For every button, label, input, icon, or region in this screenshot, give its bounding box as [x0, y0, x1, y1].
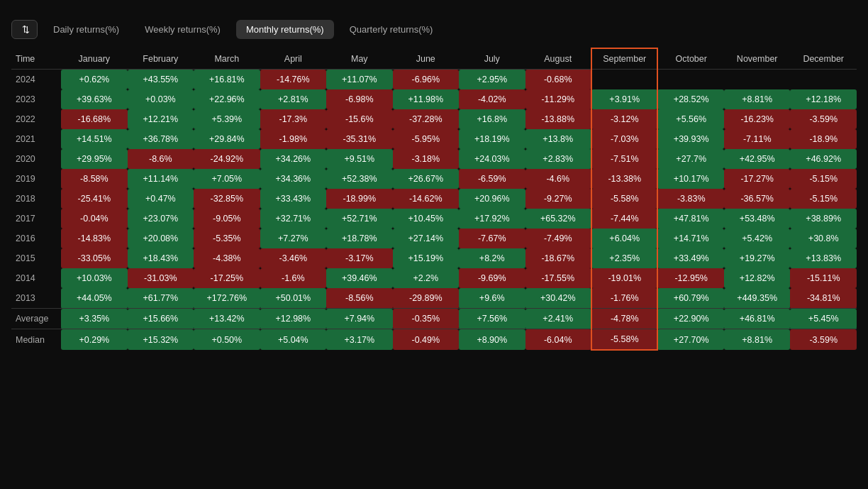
data-cell: +34.26% — [260, 149, 326, 169]
average-cell: +13.42% — [194, 309, 260, 329]
average-cell: +15.66% — [128, 309, 194, 329]
data-cell: -14.62% — [393, 189, 459, 209]
data-cell: +53.48% — [724, 209, 790, 229]
col-header-november: November — [724, 48, 790, 70]
data-cell: +6.04% — [591, 229, 657, 248]
median-cell: +8.81% — [724, 329, 790, 351]
data-cell: -3.46% — [260, 248, 326, 268]
data-cell: -1.98% — [260, 129, 326, 149]
data-cell: +16.8% — [459, 109, 525, 129]
average-cell: -0.35% — [393, 309, 459, 329]
data-cell: +43.55% — [128, 70, 194, 90]
table-container: TimeJanuaryFebruaryMarchAprilMayJuneJuly… — [11, 48, 857, 351]
data-cell: -14.83% — [61, 229, 127, 248]
col-header-june: June — [393, 48, 459, 70]
tab-quarterly[interactable]: Quarterly returns(%) — [340, 20, 443, 39]
data-cell: +39.46% — [326, 268, 392, 288]
data-cell: +14.71% — [657, 229, 723, 248]
median-cell: +27.70% — [657, 329, 723, 351]
data-cell: +18.78% — [326, 229, 392, 248]
data-cell: -31.03% — [128, 268, 194, 288]
data-cell: +2.2% — [393, 268, 459, 288]
median-cell: -3.59% — [790, 329, 857, 351]
data-cell: +52.71% — [326, 209, 392, 229]
data-cell: +8.2% — [459, 248, 525, 268]
data-cell: +2.35% — [591, 248, 657, 268]
data-cell: -11.29% — [525, 89, 591, 109]
data-cell: +39.93% — [657, 129, 723, 149]
data-cell: -7.51% — [591, 149, 657, 169]
data-cell: -8.6% — [128, 149, 194, 169]
data-cell: -5.15% — [790, 189, 857, 209]
data-cell: +38.89% — [790, 209, 857, 229]
data-cell: +11.07% — [326, 70, 392, 90]
data-cell: -24.92% — [194, 149, 260, 169]
tab-weekly[interactable]: Weekly returns(%) — [135, 20, 230, 39]
data-cell: +7.27% — [260, 229, 326, 248]
data-cell: +27.14% — [393, 229, 459, 248]
average-cell: +12.98% — [260, 309, 326, 329]
data-cell: -7.49% — [525, 229, 591, 248]
year-cell: 2019 — [11, 169, 61, 189]
data-cell: +27.7% — [657, 149, 723, 169]
col-header-april: April — [260, 48, 326, 70]
average-cell: -4.78% — [591, 309, 657, 329]
data-cell: +29.84% — [194, 129, 260, 149]
data-cell: -4.6% — [525, 169, 591, 189]
average-cell: +3.35% — [61, 309, 127, 329]
data-cell: -9.27% — [525, 189, 591, 209]
data-cell: -35.31% — [326, 129, 392, 149]
data-cell: -18.67% — [525, 248, 591, 268]
average-cell: +7.94% — [326, 309, 392, 329]
data-cell: -17.27% — [724, 169, 790, 189]
data-cell: -5.35% — [194, 229, 260, 248]
data-cell: +30.8% — [790, 229, 857, 248]
data-cell: +12.18% — [790, 89, 857, 109]
chevron-icon: ⇅ — [22, 24, 30, 35]
year-cell: 2015 — [11, 248, 61, 268]
data-cell: -6.59% — [459, 169, 525, 189]
data-cell: +13.83% — [790, 248, 857, 268]
table-row: 2013+44.05%+61.77%+172.76%+50.01%-8.56%-… — [11, 288, 857, 309]
data-cell: -4.02% — [459, 89, 525, 109]
data-cell: +11.14% — [128, 169, 194, 189]
year-cell: 2014 — [11, 268, 61, 288]
data-cell: +14.51% — [61, 129, 127, 149]
data-cell: -1.6% — [260, 268, 326, 288]
data-cell — [724, 70, 790, 90]
col-header-march: March — [194, 48, 260, 70]
table-row: 2020+29.95%-8.6%-24.92%+34.26%+9.51%-3.1… — [11, 149, 857, 169]
data-cell: -17.55% — [525, 268, 591, 288]
data-cell: +39.63% — [61, 89, 127, 109]
table-row: 2023+39.63%+0.03%+22.96%+2.81%-6.98%+11.… — [11, 89, 857, 109]
data-cell: +33.43% — [260, 189, 326, 209]
tab-monthly[interactable]: Monthly returns(%) — [236, 20, 334, 39]
data-cell: +5.39% — [194, 109, 260, 129]
data-cell: -34.81% — [790, 288, 857, 309]
data-cell: +3.91% — [591, 89, 657, 109]
data-cell: -33.05% — [61, 248, 127, 268]
col-header-august: August — [525, 48, 591, 70]
data-cell: -32.85% — [194, 189, 260, 209]
data-cell: -13.88% — [525, 109, 591, 129]
year-cell: 2013 — [11, 288, 61, 309]
tab-daily[interactable]: Daily returns(%) — [43, 20, 129, 39]
data-cell: +0.47% — [128, 189, 194, 209]
year-cell: 2022 — [11, 109, 61, 129]
data-cell: -8.58% — [61, 169, 127, 189]
data-cell: +33.49% — [657, 248, 723, 268]
data-cell: -15.11% — [790, 268, 857, 288]
data-cell: -0.68% — [525, 70, 591, 90]
average-row: Average+3.35%+15.66%+13.42%+12.98%+7.94%… — [11, 309, 857, 329]
table-row: 2016-14.83%+20.08%-5.35%+7.27%+18.78%+27… — [11, 229, 857, 248]
data-cell: +10.03% — [61, 268, 127, 288]
data-cell: +50.01% — [260, 288, 326, 309]
year-cell: 2020 — [11, 149, 61, 169]
data-cell: +36.78% — [128, 129, 194, 149]
data-cell: -29.89% — [393, 288, 459, 309]
median-cell: +3.17% — [326, 329, 392, 351]
btc-selector[interactable]: ⇅ — [11, 20, 38, 39]
data-cell: +60.79% — [657, 288, 723, 309]
median-cell: -5.58% — [591, 329, 657, 351]
median-cell: +5.04% — [260, 329, 326, 351]
